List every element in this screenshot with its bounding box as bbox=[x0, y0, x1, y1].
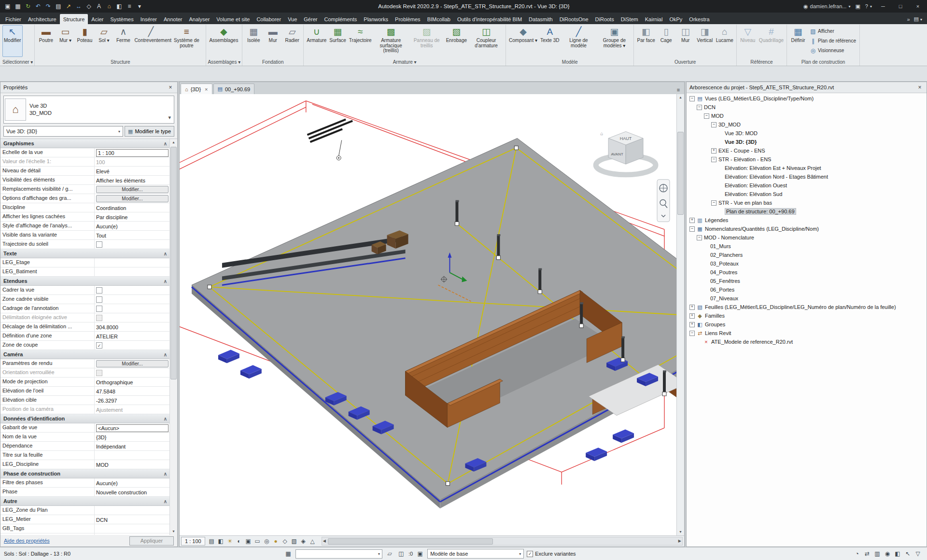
ribbon-tab-fichier[interactable]: Fichier bbox=[2, 14, 25, 24]
ribbon-tab-annoter[interactable]: Annoter bbox=[160, 14, 186, 24]
collapse-toggle-icon[interactable]: − bbox=[689, 96, 695, 101]
ribbon-tab-architecture[interactable]: Architecture bbox=[25, 14, 60, 24]
ribbon-button-isol-e[interactable]: ▦Isolée bbox=[244, 25, 263, 57]
save-icon[interactable]: ▦ bbox=[13, 1, 23, 11]
expand-toggle-icon[interactable]: + bbox=[711, 148, 716, 154]
tree-item-07-niveaux[interactable]: 07_Niveaux bbox=[687, 294, 927, 303]
collapse-chevron-icon[interactable]: ∧ bbox=[164, 279, 167, 284]
ribbon-tab-okpy[interactable]: OkPy bbox=[666, 14, 686, 24]
ribbon-button-plan-de-r-f-rence[interactable]: ∥Plan de référence bbox=[808, 36, 858, 45]
ribbon-tab-probl-mes[interactable]: Problèmes bbox=[392, 14, 424, 24]
tree-item-str-vue-en-plan-bas[interactable]: −STR - Vue en plan bas bbox=[687, 198, 927, 207]
tree-item-01-murs[interactable]: 01_Murs bbox=[687, 242, 927, 251]
visual-style-icon[interactable]: ◧ bbox=[216, 537, 225, 546]
sync-icon[interactable]: ↻ bbox=[23, 1, 33, 11]
ribbon-tab-collaborer[interactable]: Collaborer bbox=[253, 14, 284, 24]
scene-3d-view[interactable]: HAUT AVANT ⌂ bbox=[180, 94, 676, 535]
property-section-cam-ra[interactable]: Caméra∧ bbox=[0, 350, 170, 359]
ribbon-button-texte-3d[interactable]: ATexte 3D bbox=[539, 25, 561, 57]
tree-item-vues-leg-m-tier-leg-discipline-type-nom[interactable]: −▤Vues (LEG_Métier/LEG_Discipline/Type/N… bbox=[687, 94, 927, 103]
ribbon-button-sol[interactable]: ▱Sol ▾ bbox=[94, 25, 113, 57]
section-icon[interactable]: ◧ bbox=[114, 1, 124, 11]
select-underlay-icon[interactable]: ▥ bbox=[873, 549, 882, 558]
property-section-donn-es-d-identification[interactable]: Données d'identification∧ bbox=[0, 414, 170, 423]
ribbon-group-label-assemblages[interactable]: Assemblages ▾ bbox=[208, 58, 240, 66]
tree-item-nomenclatures-quantit-s-leg-discipline-nom[interactable]: −▦Nomenclatures/Quantités (LEG_Disciplin… bbox=[687, 224, 927, 233]
detail-level-icon[interactable]: ▤ bbox=[207, 537, 216, 546]
view-filter-combo[interactable]: Vue 3D: {3D} ▾ bbox=[3, 126, 123, 137]
collapse-chevron-icon[interactable]: ∧ bbox=[164, 499, 167, 504]
ribbon-tab-compl-ments[interactable]: Compléments bbox=[321, 14, 360, 24]
ribbon-button-cage[interactable]: ▯Cage bbox=[657, 25, 676, 57]
properties-scrollbar[interactable]: ▲ ▼ bbox=[169, 139, 177, 535]
viewport-horizontal-scrollbar[interactable]: ◀ ▶ bbox=[322, 537, 683, 546]
tree-item-dcn[interactable]: −DCN bbox=[687, 103, 927, 112]
analytical-model-icon[interactable]: △ bbox=[308, 537, 317, 546]
design-option-select[interactable]: Modèle de base ▾ bbox=[427, 549, 524, 559]
ribbon-tab-kairnial[interactable]: Kairnial bbox=[642, 14, 666, 24]
shadows-icon[interactable]: ◐ bbox=[235, 537, 244, 546]
viewcube-home-icon[interactable]: ⌂ bbox=[600, 131, 603, 136]
ribbon-button-lucarne[interactable]: ⌂Lucarne bbox=[715, 25, 735, 57]
ribbon-button-mur[interactable]: ◫Mur bbox=[676, 25, 695, 57]
redo-icon[interactable]: ↷ bbox=[43, 1, 53, 11]
ribbon-button-ferme[interactable]: ∧Ferme bbox=[113, 25, 133, 57]
ribbon-button-coupleur-d-armature[interactable]: ◫Coupleur d'armature bbox=[468, 25, 504, 57]
expand-toggle-icon[interactable]: + bbox=[689, 305, 695, 310]
collapse-chevron-icon[interactable]: ∧ bbox=[164, 141, 167, 146]
tree-item-el-vation-el-vation-ouest[interactable]: Elévation: Elévation Ouest bbox=[687, 181, 927, 190]
tree-item-vue-3d-mod[interactable]: Vue 3D: MOD bbox=[687, 129, 927, 138]
ribbon-tab-datasmith[interactable]: Datasmith bbox=[525, 14, 556, 24]
print-icon[interactable]: ▤ bbox=[54, 1, 63, 11]
tag-icon[interactable]: ◇ bbox=[84, 1, 94, 11]
tree-item-feuilles-leg-m-tier-leg-discipline-leg-num-ro-de-plan-num-ro-de-la-feuille[interactable]: +▧Feuilles (LEG_Métier/LEG_Discipline/LE… bbox=[687, 303, 927, 311]
reveal-hidden-icon[interactable]: ● bbox=[271, 537, 281, 546]
tree-item-el-vation-el-vation-nord-etages-b-timent[interactable]: Elévation: Elévation Nord - Etages Bâtim… bbox=[687, 172, 927, 181]
ribbon-button-visionneuse[interactable]: ◎Visionneuse bbox=[808, 46, 858, 55]
ribbon-tab-syst-mes[interactable]: Systèmes bbox=[107, 14, 137, 24]
ribbon-button-quadrillage[interactable]: #Quadrillage bbox=[758, 25, 785, 57]
cadrer-la-vue-checkbox[interactable] bbox=[96, 287, 102, 294]
scroll-up-icon[interactable]: ▲ bbox=[172, 139, 175, 146]
close-properties-icon[interactable]: × bbox=[167, 84, 174, 91]
ribbon-tab-orkestra[interactable]: Orkestra bbox=[686, 14, 713, 24]
properties-scroll-thumb[interactable] bbox=[170, 147, 177, 379]
scroll-up-icon[interactable]: ▲ bbox=[679, 94, 682, 101]
minimize-button[interactable]: ─ bbox=[877, 1, 889, 11]
tree-item-exe-coupe-ens[interactable]: +EXE - Coupe - ENS bbox=[687, 146, 927, 155]
model-canvas[interactable]: HAUT AVANT ⌂ bbox=[180, 94, 676, 535]
open-icon[interactable]: ▣ bbox=[3, 1, 13, 11]
tree-item-l-gendes[interactable]: +▥Légendes bbox=[687, 216, 927, 224]
scroll-left-icon[interactable]: ◀ bbox=[323, 538, 326, 545]
tree-item-familles[interactable]: +◆Familles bbox=[687, 311, 927, 320]
ribbon-tab-acier[interactable]: Acier bbox=[88, 14, 107, 24]
ribbon-tab-distem[interactable]: DiStem bbox=[618, 14, 642, 24]
ribbon-button-mur[interactable]: ▬Mur bbox=[263, 25, 282, 57]
ribbon-button-surface[interactable]: ▦Surface bbox=[328, 25, 347, 57]
tree-item-03-poteaux[interactable]: 03_Poteaux bbox=[687, 259, 927, 268]
properties-help-link[interactable]: Aide des propriétés bbox=[4, 538, 50, 544]
expand-toggle-icon[interactable]: + bbox=[689, 313, 695, 319]
ribbon-button-mur[interactable]: ▭Mur ▾ bbox=[56, 25, 75, 57]
horizontal-scroll-thumb[interactable] bbox=[328, 538, 493, 545]
apply-button[interactable]: Appliquer bbox=[129, 536, 174, 546]
view-tab-list-button[interactable]: ≡ bbox=[674, 87, 683, 94]
ribbon-button-panneau-de-treillis[interactable]: ▨Panneau de treillis bbox=[409, 25, 445, 57]
ribbon-button-modifier[interactable]: ↖Modifier bbox=[2, 25, 23, 57]
collapse-toggle-icon[interactable]: − bbox=[697, 105, 702, 110]
expand-toggle-icon[interactable]: + bbox=[689, 322, 695, 327]
requests-icon[interactable]: ◫ bbox=[397, 549, 406, 558]
select-links-icon[interactable]: ⇄ bbox=[863, 549, 871, 558]
ribbon-tab-ins-rer[interactable]: Insérer bbox=[137, 14, 160, 24]
tab-overflow-button[interactable]: » bbox=[907, 16, 910, 22]
temporary-hide-icon[interactable]: ◎ bbox=[262, 537, 271, 546]
ribbon-group-label-armature[interactable]: Armature ▾ bbox=[305, 58, 504, 66]
property-section-phase-de-construction[interactable]: Phase de construction∧ bbox=[0, 469, 170, 478]
tree-item-06-portes[interactable]: 06_Portes bbox=[687, 285, 927, 294]
worksets-icon[interactable]: ▦ bbox=[284, 549, 293, 558]
collapse-toggle-icon[interactable]: − bbox=[711, 157, 716, 162]
view-tab-00-90-69[interactable]: ▤00_+90.69 bbox=[213, 84, 255, 94]
tree-item-groupes[interactable]: +◧Groupes bbox=[687, 320, 927, 329]
ribbon-button-assemblages[interactable]: ◆Assemblages bbox=[208, 25, 239, 57]
filter-icon[interactable]: ▽ bbox=[913, 549, 922, 558]
